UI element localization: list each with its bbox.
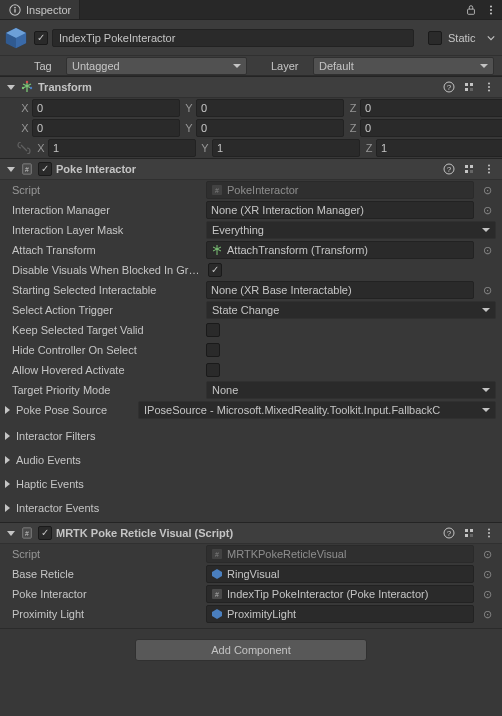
rotation-x[interactable] <box>32 119 180 137</box>
svg-point-5 <box>490 8 492 10</box>
poke-interactor-header[interactable]: # Poke Interactor ? <box>0 158 502 180</box>
svg-point-1 <box>14 6 16 8</box>
svg-rect-43 <box>470 534 473 537</box>
base-reticle-field[interactable]: RingVisual <box>206 565 474 583</box>
audio-events-foldout[interactable]: Audio Events <box>0 450 502 470</box>
svg-point-44 <box>488 529 490 531</box>
proximity-light-field[interactable]: ProximityLight <box>206 605 474 623</box>
layer-mask-dropdown[interactable]: Everything <box>206 221 496 239</box>
rotation-row: Rotation X Y Z <box>0 118 502 138</box>
object-picker-icon[interactable]: ⊙ <box>478 181 496 199</box>
svg-point-45 <box>488 532 490 534</box>
svg-text:#: # <box>25 530 29 537</box>
reticle-visual-header[interactable]: # MRTK Poke Reticle Visual (Script) ? <box>0 522 502 544</box>
svg-rect-28 <box>470 165 473 168</box>
kebab-menu-icon[interactable] <box>482 162 496 176</box>
layer-dropdown[interactable]: Default <box>313 57 494 75</box>
keep-selected-checkbox[interactable] <box>206 323 220 337</box>
reticle-visual-enabled[interactable] <box>38 526 52 540</box>
svg-point-11 <box>26 81 28 83</box>
disable-visuals-row: Disable Visuals When Blocked In Group <box>0 260 502 280</box>
help-icon[interactable]: ? <box>442 526 456 540</box>
scale-y[interactable] <box>212 139 360 157</box>
reticle-visual-title: MRTK Poke Reticle Visual (Script) <box>56 527 438 539</box>
add-component-button[interactable]: Add Component <box>135 639 367 661</box>
svg-point-21 <box>488 86 490 88</box>
interaction-manager-field[interactable]: None (XR Interaction Manager) <box>206 201 474 219</box>
foldout-icon <box>2 431 12 441</box>
inspector-tab[interactable]: Inspector <box>0 0 80 19</box>
static-checkbox[interactable] <box>428 31 442 45</box>
layer-mask-row: Interaction Layer Mask Everything <box>0 220 502 240</box>
poke-pose-dropdown[interactable]: IPoseSource - Microsoft.MixedReality.Too… <box>138 401 496 419</box>
select-action-dropdown[interactable]: State Change <box>206 301 496 319</box>
rv-poke-interactor-field[interactable]: # IndexTip PokeInteractor (Poke Interact… <box>206 585 474 603</box>
scale-z[interactable] <box>376 139 502 157</box>
active-checkbox[interactable] <box>34 31 48 45</box>
tag-dropdown[interactable]: Untagged <box>66 57 247 75</box>
target-priority-dropdown[interactable]: None <box>206 381 496 399</box>
lock-icon[interactable] <box>464 3 478 17</box>
transform-icon <box>20 80 34 94</box>
attach-transform-field[interactable]: AttachTransform (Transform) <box>206 241 474 259</box>
foldout-icon[interactable] <box>2 405 12 415</box>
info-icon <box>8 3 22 17</box>
interactor-events-foldout[interactable]: Interactor Events <box>0 498 502 518</box>
svg-rect-3 <box>468 9 475 14</box>
foldout-icon[interactable] <box>6 164 16 174</box>
rv-script-row: Script # MRTKPokeReticleVisual ⊙ <box>0 544 502 564</box>
hide-controller-row: Hide Controller On Select <box>0 340 502 360</box>
position-y[interactable] <box>196 99 344 117</box>
static-label: Static <box>448 32 482 44</box>
object-picker-icon[interactable]: ⊙ <box>478 201 496 219</box>
preset-icon[interactable] <box>462 80 476 94</box>
svg-rect-2 <box>14 9 15 12</box>
svg-rect-27 <box>465 165 468 168</box>
rotation-z[interactable] <box>360 119 502 137</box>
svg-text:?: ? <box>447 529 452 538</box>
script-icon: # <box>20 162 34 176</box>
haptic-events-foldout[interactable]: Haptic Events <box>0 474 502 494</box>
csharp-icon: # <box>211 184 223 196</box>
transform-header[interactable]: Transform ? <box>0 76 502 98</box>
rotation-y[interactable] <box>196 119 344 137</box>
object-picker-icon[interactable]: ⊙ <box>478 281 496 299</box>
foldout-icon[interactable] <box>6 82 16 92</box>
script-field: # PokeInteractor <box>206 181 474 199</box>
kebab-menu-icon[interactable] <box>482 80 496 94</box>
help-icon[interactable]: ? <box>442 80 456 94</box>
object-picker-icon[interactable]: ⊙ <box>478 545 496 563</box>
position-z[interactable] <box>360 99 502 117</box>
svg-text:#: # <box>215 187 219 194</box>
interactor-filters-foldout[interactable]: Interactor Filters <box>0 426 502 446</box>
object-picker-icon[interactable]: ⊙ <box>478 241 496 259</box>
constrain-proportions-icon[interactable] <box>16 142 32 154</box>
rv-poke-interactor-row: Poke Interactor # IndexTip PokeInteracto… <box>0 584 502 604</box>
help-icon[interactable]: ? <box>442 162 456 176</box>
allow-hovered-checkbox[interactable] <box>206 363 220 377</box>
svg-rect-16 <box>465 83 468 86</box>
position-x[interactable] <box>32 99 180 117</box>
starting-interactable-field[interactable]: None (XR Base Interactable) <box>206 281 474 299</box>
attach-transform-row: Attach Transform AttachTransform (Transf… <box>0 240 502 260</box>
gameobject-name-input[interactable] <box>52 29 414 47</box>
script-icon: # <box>20 526 34 540</box>
scale-x[interactable] <box>48 139 196 157</box>
preset-icon[interactable] <box>462 162 476 176</box>
gameobject-icon[interactable] <box>2 24 30 52</box>
disable-visuals-checkbox[interactable] <box>208 263 222 277</box>
svg-text:#: # <box>25 166 29 173</box>
static-dropdown-icon[interactable] <box>486 31 496 45</box>
kebab-menu-icon[interactable] <box>482 526 496 540</box>
object-picker-icon[interactable]: ⊙ <box>478 585 496 603</box>
preset-icon[interactable] <box>462 526 476 540</box>
hide-controller-checkbox[interactable] <box>206 343 220 357</box>
object-picker-icon[interactable]: ⊙ <box>478 565 496 583</box>
foldout-icon[interactable] <box>6 528 16 538</box>
kebab-menu-icon[interactable] <box>484 3 498 17</box>
object-picker-icon[interactable]: ⊙ <box>478 605 496 623</box>
gameobject-icon <box>211 568 223 580</box>
tag-layer-row: Tag Untagged Layer Default <box>0 56 502 76</box>
foldout-icon <box>2 503 12 513</box>
poke-interactor-enabled[interactable] <box>38 162 52 176</box>
